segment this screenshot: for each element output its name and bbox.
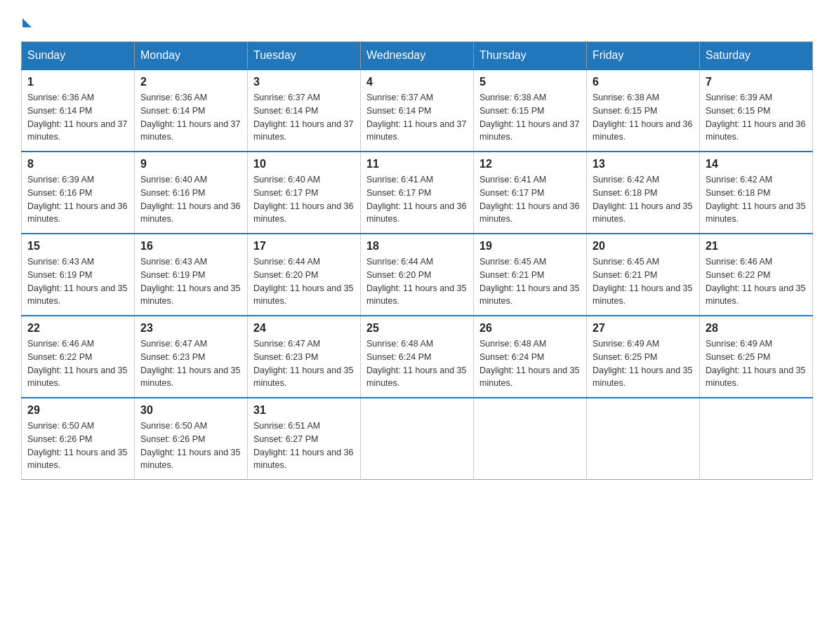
daylight-label: Daylight: 11 hours and 35 minutes. (140, 448, 240, 471)
calendar-cell (361, 398, 474, 480)
sunset-label: Sunset: 6:26 PM (140, 434, 205, 444)
calendar-cell: 17 Sunrise: 6:44 AM Sunset: 6:20 PM Dayl… (248, 234, 361, 316)
day-info: Sunrise: 6:50 AM Sunset: 6:26 PM Dayligh… (140, 420, 241, 472)
sunset-label: Sunset: 6:18 PM (706, 188, 770, 198)
daylight-label: Daylight: 11 hours and 35 minutes. (479, 365, 579, 389)
daylight-label: Daylight: 11 hours and 36 minutes. (366, 201, 466, 224)
day-info: Sunrise: 6:39 AM Sunset: 6:15 PM Dayligh… (706, 91, 807, 144)
calendar-cell: 19 Sunrise: 6:45 AM Sunset: 6:21 PM Dayl… (474, 234, 587, 316)
daylight-label: Daylight: 11 hours and 36 minutes. (140, 201, 240, 224)
sunrise-label: Sunrise: 6:42 AM (593, 175, 659, 185)
sunrise-label: Sunrise: 6:45 AM (479, 257, 546, 267)
daylight-label: Daylight: 11 hours and 35 minutes. (593, 283, 692, 307)
day-info: Sunrise: 6:46 AM Sunset: 6:22 PM Dayligh… (706, 255, 807, 308)
calendar-cell: 7 Sunrise: 6:39 AM Sunset: 6:15 PM Dayli… (700, 69, 813, 152)
calendar-cell: 13 Sunrise: 6:42 AM Sunset: 6:18 PM Dayl… (587, 152, 700, 234)
day-number: 16 (140, 240, 241, 253)
daylight-label: Daylight: 11 hours and 35 minutes. (593, 365, 692, 389)
day-info: Sunrise: 6:42 AM Sunset: 6:18 PM Dayligh… (706, 173, 807, 226)
calendar-cell: 30 Sunrise: 6:50 AM Sunset: 6:26 PM Dayl… (135, 398, 248, 480)
calendar-cell: 23 Sunrise: 6:47 AM Sunset: 6:23 PM Dayl… (135, 316, 248, 398)
daylight-label: Daylight: 11 hours and 36 minutes. (27, 201, 127, 224)
day-info: Sunrise: 6:49 AM Sunset: 6:25 PM Dayligh… (706, 337, 807, 390)
sunset-label: Sunset: 6:24 PM (479, 352, 544, 362)
calendar-cell: 31 Sunrise: 6:51 AM Sunset: 6:27 PM Dayl… (248, 398, 361, 480)
day-number: 23 (140, 322, 241, 335)
sunset-label: Sunset: 6:19 PM (27, 270, 92, 280)
sunset-label: Sunset: 6:15 PM (593, 106, 657, 116)
sunset-label: Sunset: 6:22 PM (706, 270, 770, 280)
day-info: Sunrise: 6:44 AM Sunset: 6:20 PM Dayligh… (366, 255, 468, 308)
sunrise-label: Sunrise: 6:51 AM (253, 421, 320, 431)
calendar-cell: 6 Sunrise: 6:38 AM Sunset: 6:15 PM Dayli… (587, 69, 700, 152)
daylight-label: Daylight: 11 hours and 35 minutes. (706, 283, 805, 307)
sunset-label: Sunset: 6:14 PM (140, 106, 205, 116)
day-number: 20 (593, 240, 694, 253)
daylight-label: Daylight: 11 hours and 35 minutes. (140, 283, 240, 307)
day-info: Sunrise: 6:40 AM Sunset: 6:17 PM Dayligh… (253, 173, 355, 226)
day-number: 26 (479, 322, 581, 335)
calendar-cell: 28 Sunrise: 6:49 AM Sunset: 6:25 PM Dayl… (700, 316, 813, 398)
sunrise-label: Sunrise: 6:39 AM (27, 175, 94, 185)
sunset-label: Sunset: 6:25 PM (593, 352, 657, 362)
sunrise-label: Sunrise: 6:41 AM (479, 175, 546, 185)
sunrise-label: Sunrise: 6:47 AM (140, 339, 207, 349)
day-number: 14 (706, 158, 807, 170)
sunset-label: Sunset: 6:17 PM (479, 188, 544, 198)
calendar-cell: 22 Sunrise: 6:46 AM Sunset: 6:22 PM Dayl… (22, 316, 135, 398)
sunrise-label: Sunrise: 6:42 AM (706, 175, 772, 185)
day-number: 2 (140, 76, 241, 88)
daylight-label: Daylight: 11 hours and 35 minutes. (706, 201, 805, 224)
day-number: 8 (27, 158, 128, 170)
daylight-label: Daylight: 11 hours and 37 minutes. (140, 119, 240, 142)
sunset-label: Sunset: 6:14 PM (27, 106, 92, 116)
day-info: Sunrise: 6:44 AM Sunset: 6:20 PM Dayligh… (253, 255, 355, 308)
daylight-label: Daylight: 11 hours and 37 minutes. (479, 119, 579, 142)
col-header-friday: Friday (587, 42, 700, 70)
sunset-label: Sunset: 6:26 PM (27, 434, 92, 444)
day-info: Sunrise: 6:48 AM Sunset: 6:24 PM Dayligh… (366, 337, 468, 390)
sunset-label: Sunset: 6:15 PM (479, 106, 544, 116)
day-number: 10 (253, 158, 355, 170)
day-number: 11 (366, 158, 468, 170)
calendar-cell: 11 Sunrise: 6:41 AM Sunset: 6:17 PM Dayl… (361, 152, 474, 234)
calendar-cell: 21 Sunrise: 6:46 AM Sunset: 6:22 PM Dayl… (700, 234, 813, 316)
calendar-cell: 25 Sunrise: 6:48 AM Sunset: 6:24 PM Dayl… (361, 316, 474, 398)
calendar-cell: 4 Sunrise: 6:37 AM Sunset: 6:14 PM Dayli… (361, 69, 474, 152)
daylight-label: Daylight: 11 hours and 35 minutes. (593, 201, 692, 224)
sunset-label: Sunset: 6:21 PM (593, 270, 657, 280)
day-number: 18 (366, 240, 468, 253)
sunrise-label: Sunrise: 6:39 AM (706, 93, 772, 102)
sunset-label: Sunset: 6:17 PM (366, 188, 431, 198)
day-info: Sunrise: 6:39 AM Sunset: 6:16 PM Dayligh… (27, 173, 128, 226)
day-info: Sunrise: 6:50 AM Sunset: 6:26 PM Dayligh… (27, 420, 128, 472)
day-number: 24 (253, 322, 355, 335)
day-info: Sunrise: 6:41 AM Sunset: 6:17 PM Dayligh… (366, 173, 468, 226)
sunrise-label: Sunrise: 6:36 AM (27, 93, 94, 102)
sunset-label: Sunset: 6:19 PM (140, 270, 205, 280)
calendar-cell: 29 Sunrise: 6:50 AM Sunset: 6:26 PM Dayl… (22, 398, 135, 480)
calendar-cell: 5 Sunrise: 6:38 AM Sunset: 6:15 PM Dayli… (474, 69, 587, 152)
calendar-week-row: 29 Sunrise: 6:50 AM Sunset: 6:26 PM Dayl… (22, 398, 813, 480)
day-info: Sunrise: 6:43 AM Sunset: 6:19 PM Dayligh… (140, 255, 241, 308)
logo (21, 14, 32, 27)
daylight-label: Daylight: 11 hours and 36 minutes. (706, 119, 805, 142)
day-info: Sunrise: 6:38 AM Sunset: 6:15 PM Dayligh… (479, 91, 581, 144)
calendar-cell: 1 Sunrise: 6:36 AM Sunset: 6:14 PM Dayli… (22, 69, 135, 152)
day-number: 4 (366, 76, 468, 88)
col-header-tuesday: Tuesday (248, 42, 361, 70)
sunset-label: Sunset: 6:14 PM (366, 106, 431, 116)
sunset-label: Sunset: 6:23 PM (140, 352, 205, 362)
day-info: Sunrise: 6:47 AM Sunset: 6:23 PM Dayligh… (253, 337, 355, 390)
page-header (21, 14, 813, 27)
day-number: 9 (140, 158, 241, 170)
day-number: 13 (593, 158, 694, 170)
sunrise-label: Sunrise: 6:45 AM (593, 257, 659, 267)
day-number: 1 (27, 76, 128, 88)
daylight-label: Daylight: 11 hours and 36 minutes. (593, 119, 692, 142)
calendar-table: SundayMondayTuesdayWednesdayThursdayFrid… (21, 41, 813, 480)
day-info: Sunrise: 6:36 AM Sunset: 6:14 PM Dayligh… (27, 91, 128, 144)
day-info: Sunrise: 6:45 AM Sunset: 6:21 PM Dayligh… (593, 255, 694, 308)
daylight-label: Daylight: 11 hours and 35 minutes. (140, 365, 240, 389)
day-number: 31 (253, 404, 355, 417)
